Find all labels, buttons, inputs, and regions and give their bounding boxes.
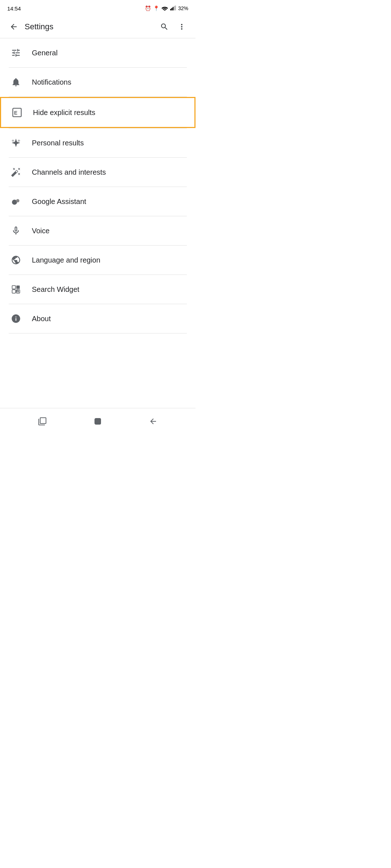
- settings-item-language-region[interactable]: Language and region: [0, 246, 196, 275]
- notifications-label: Notifications: [32, 77, 71, 87]
- svg-rect-14: [12, 290, 16, 293]
- app-bar: Settings: [0, 15, 196, 38]
- voice-label: Voice: [32, 226, 50, 235]
- globe-icon: [9, 253, 23, 267]
- settings-item-notifications[interactable]: Notifications: [0, 68, 196, 97]
- battery-status: 32%: [178, 5, 188, 11]
- svg-point-8: [18, 168, 19, 169]
- wand-icon: [9, 165, 23, 179]
- system-back-button[interactable]: [144, 413, 162, 430]
- app-bar-actions: [156, 19, 190, 35]
- svg-rect-12: [12, 286, 16, 289]
- hide-explicit-label: Hide explicit results: [33, 108, 95, 117]
- search-button[interactable]: [156, 19, 172, 35]
- signal-status-icon: [170, 5, 176, 12]
- settings-item-search-widget[interactable]: Search Widget: [0, 275, 196, 304]
- location-status-icon: 📍: [153, 5, 159, 11]
- svg-point-7: [13, 168, 14, 169]
- svg-text:E: E: [14, 110, 17, 116]
- assistant-icon: [9, 194, 23, 209]
- explicit-icon: E: [10, 105, 24, 120]
- back-button[interactable]: [6, 19, 22, 35]
- svg-rect-2: [173, 7, 174, 10]
- svg-point-11: [16, 199, 20, 203]
- general-label: General: [32, 48, 58, 58]
- channels-interests-label: Channels and interests: [32, 167, 106, 177]
- search-widget-label: Search Widget: [32, 285, 79, 294]
- widget-icon: [9, 282, 23, 297]
- personal-results-label: Personal results: [32, 138, 84, 148]
- svg-point-16: [17, 290, 18, 292]
- navigation-bar: [0, 408, 196, 434]
- settings-item-general[interactable]: General: [0, 38, 196, 67]
- about-label: About: [32, 314, 51, 323]
- svg-rect-13: [16, 286, 20, 289]
- settings-item-voice[interactable]: Voice: [0, 216, 196, 245]
- svg-rect-0: [170, 9, 171, 10]
- wifi-status-icon: [161, 5, 168, 12]
- svg-rect-4: [175, 5, 176, 10]
- settings-item-hide-explicit[interactable]: E Hide explicit results: [0, 97, 196, 128]
- svg-point-9: [18, 173, 19, 174]
- language-region-label: Language and region: [32, 255, 100, 265]
- svg-rect-17: [95, 418, 101, 424]
- alarm-status-icon: ⏰: [145, 5, 151, 11]
- status-icons: ⏰ 📍 32%: [145, 5, 188, 12]
- more-options-button[interactable]: [174, 19, 190, 35]
- svg-rect-3: [174, 6, 175, 10]
- settings-item-personal-results[interactable]: Personal results: [0, 128, 196, 157]
- info-icon: [9, 311, 23, 326]
- bell-icon: [9, 75, 23, 89]
- settings-item-about[interactable]: About: [0, 304, 196, 333]
- recent-apps-button[interactable]: [34, 413, 51, 430]
- svg-rect-1: [171, 8, 172, 10]
- status-bar: 14:54 ⏰ 📍 32%: [0, 0, 196, 15]
- mic-icon: [9, 224, 23, 238]
- page-title: Settings: [22, 22, 156, 31]
- google-assistant-label: Google Assistant: [32, 197, 86, 206]
- sparkles-icon: [9, 136, 23, 150]
- home-button[interactable]: [89, 413, 106, 430]
- settings-item-google-assistant[interactable]: Google Assistant: [0, 187, 196, 216]
- divider-10: [9, 333, 187, 333]
- settings-item-channels-interests[interactable]: Channels and interests: [0, 158, 196, 187]
- sliders-icon: [9, 46, 23, 60]
- status-time: 14:54: [7, 5, 21, 12]
- settings-list: General Notifications E Hide explicit re…: [0, 38, 196, 408]
